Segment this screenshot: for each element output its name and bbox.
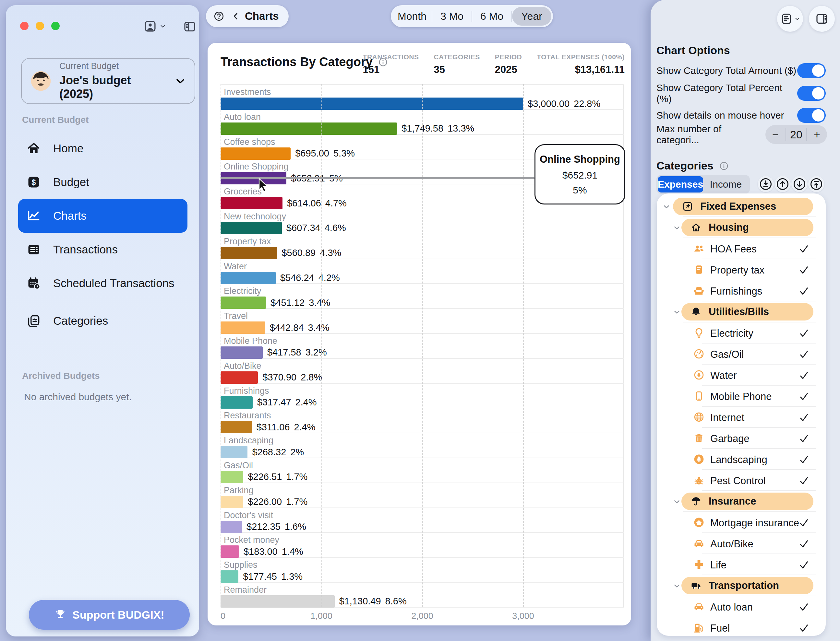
category-group-utilities-bills[interactable]: Utilities/Bills (657, 301, 826, 322)
sidebar-item-label: Scheduled Transactions (53, 277, 174, 290)
tab-income[interactable]: Income (703, 176, 748, 193)
category-item-label: Auto loan (710, 601, 753, 613)
right-panel-toggle-button[interactable] (809, 6, 835, 32)
toggle-switch[interactable] (797, 63, 826, 78)
category-item-pest-control[interactable]: Pest Control (657, 470, 826, 491)
budget-selector[interactable]: Current Budget Joe's budget (2025) (21, 58, 195, 104)
checkmark-icon (798, 264, 809, 275)
move-down-button[interactable] (792, 176, 808, 192)
category-group-pill[interactable]: Housing (682, 219, 813, 236)
range-option-6-mo[interactable]: 6 Mo (472, 7, 512, 26)
sidebar-item-budget[interactable]: $Budget (18, 165, 187, 199)
range-option-year[interactable]: Year (512, 7, 551, 26)
chart-bar (221, 147, 291, 160)
help-icon[interactable] (213, 10, 225, 22)
droplet-icon (693, 369, 705, 381)
chart-options-title: Chart Options (656, 44, 730, 57)
category-item-garbage[interactable]: Garbage (657, 428, 826, 449)
window-minimize-button[interactable] (36, 22, 44, 30)
chart-option-row: Show Category Total Amount ($) (656, 63, 826, 78)
category-item-mobile-phone[interactable]: Mobile Phone (657, 386, 826, 407)
category-item-mortgage-insurance[interactable]: Mortgage insurance (657, 512, 826, 533)
chart-stat-label: PERIOD (495, 53, 522, 61)
category-item-label: Auto/Bike (710, 538, 753, 550)
sidebar-item-scheduled-transactions[interactable]: Scheduled Transactions (18, 266, 187, 300)
info-icon[interactable] (719, 161, 729, 171)
sidebar-item-transactions[interactable]: Transactions (18, 233, 187, 266)
chart-bar (221, 272, 276, 284)
category-item-landscaping[interactable]: Landscaping (657, 449, 826, 470)
chart-stat-value: 2025 (495, 64, 522, 76)
toggle-switch[interactable] (797, 86, 826, 101)
chart-bar-amount: $177.45 (243, 571, 277, 582)
checkmark-icon (798, 391, 809, 402)
chart-bar-amount: $1,130.49 (339, 596, 381, 607)
tab-expenses[interactable]: Expenses (658, 176, 703, 193)
dollar-icon: $ (27, 175, 41, 189)
category-item-water[interactable]: Water (657, 365, 826, 386)
tooltip-amount: $652.91 (539, 170, 621, 181)
checkmark-icon (798, 243, 809, 254)
category-item-label: Gas/Oil (710, 349, 744, 360)
category-item-label: Property tax (710, 264, 764, 276)
category-group-pill[interactable]: Fixed Expenses (673, 198, 813, 215)
chart-bar-value: $183.001.4% (244, 546, 303, 557)
chart-bar-percent: 2% (290, 447, 304, 457)
chart-type-menu-button[interactable] (777, 6, 803, 32)
panel-left-icon (183, 20, 197, 33)
chart-bar-value: $268.322% (252, 447, 304, 457)
category-item-furnishings[interactable]: Furnishings (657, 280, 826, 301)
category-sort-buttons (758, 176, 824, 192)
category-item-hoa-fees[interactable]: HOA Fees (657, 238, 826, 259)
charts-back-control[interactable]: Charts (206, 5, 289, 27)
chevron-left-icon (231, 12, 240, 21)
circ-up-line-icon (809, 177, 824, 191)
sidebar-item-label: Transactions (53, 243, 118, 256)
category-item-auto-bike[interactable]: Auto/Bike (657, 533, 826, 554)
chart-bar-percent: 2.4% (294, 422, 315, 433)
sidebar-toggle-button[interactable] (183, 20, 197, 33)
chart-bar-percent: 2.4% (296, 397, 317, 407)
category-group-pill[interactable]: Transportation (682, 577, 813, 594)
chart-bar (221, 322, 265, 334)
category-group-pill[interactable]: Insurance (682, 493, 813, 510)
toggle-switch[interactable] (797, 108, 826, 123)
chart-bar-percent: 3.2% (305, 347, 327, 358)
category-group-transportation[interactable]: Transportation (657, 575, 826, 596)
move-up-button[interactable] (774, 176, 791, 192)
expand-all-button[interactable] (758, 176, 774, 192)
category-item-electricity[interactable]: Electricity (657, 322, 826, 343)
category-item-internet[interactable]: Internet (657, 407, 826, 428)
category-group-fixed-expenses[interactable]: Fixed Expenses (657, 196, 826, 217)
window-close-button[interactable] (20, 22, 29, 30)
category-item-life[interactable]: Life (657, 554, 826, 575)
sidebar-item-label: Categories (53, 314, 108, 327)
range-option-3-mo[interactable]: 3 Mo (432, 7, 472, 26)
account-menu-button[interactable] (143, 19, 167, 33)
checkmark-icon (798, 433, 809, 444)
category-item-label: Fuel (710, 623, 730, 634)
window-zoom-button[interactable] (51, 22, 60, 30)
collapse-all-button[interactable] (808, 176, 824, 192)
category-group-insurance[interactable]: Insurance (657, 491, 826, 512)
sidebar-item-charts[interactable]: Charts (18, 199, 187, 233)
chart-bar-amount: $614.06 (287, 198, 321, 209)
sidebar-item-categories[interactable]: Categories (18, 304, 187, 338)
category-item-fuel[interactable]: Fuel (657, 617, 826, 636)
stepper-increment-button[interactable]: + (807, 128, 827, 141)
category-item-auto-loan[interactable]: Auto loan (657, 596, 826, 617)
chart-bar-amount: $226.51 (248, 472, 282, 482)
category-item-gas-oil[interactable]: Gas/Oil (657, 343, 826, 365)
category-group-pill[interactable]: Utilities/Bills (682, 303, 813, 320)
x-axis-tick-label: 2,000 (411, 611, 433, 621)
chart-bar (221, 122, 397, 135)
sidebar-item-home[interactable]: Home (18, 132, 187, 165)
support-budgix-button[interactable]: Support BUDGIX! (29, 600, 190, 630)
range-option-month[interactable]: Month (393, 7, 432, 26)
category-item-property-tax[interactable]: Property tax (657, 259, 826, 280)
category-group-housing[interactable]: Housing (657, 217, 826, 238)
stepper-decrement-button[interactable]: − (766, 128, 785, 141)
category-item-label: Internet (710, 412, 744, 424)
chart-bar-percent: 22.8% (574, 98, 600, 109)
chart-icon (27, 209, 41, 223)
